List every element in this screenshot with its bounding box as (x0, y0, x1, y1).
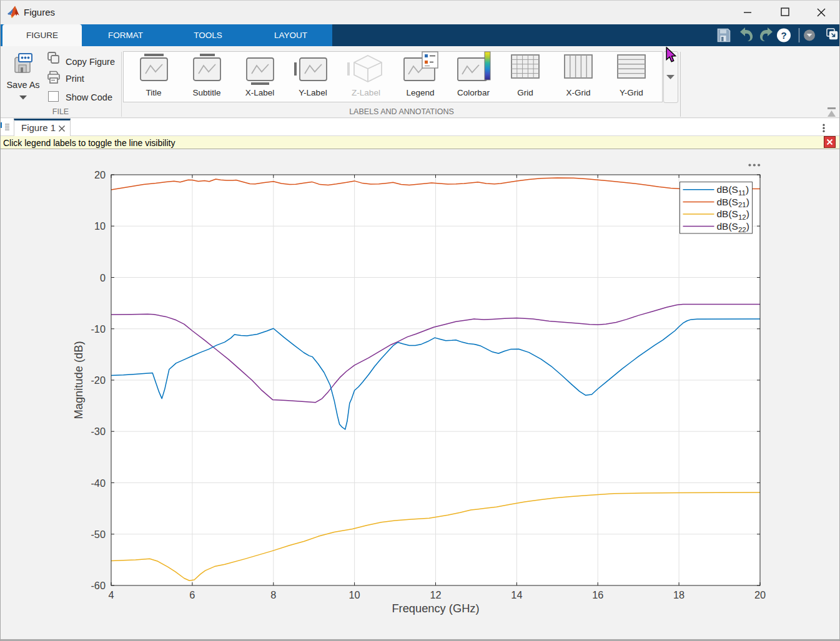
svg-text:20: 20 (754, 589, 766, 600)
svg-text:8: 8 (270, 589, 276, 600)
svg-text:4: 4 (108, 589, 114, 600)
svg-text:6: 6 (189, 589, 195, 600)
svg-text:0: 0 (100, 272, 106, 283)
svg-text:Magnitude (dB): Magnitude (dB) (72, 341, 85, 419)
svg-text:10: 10 (94, 220, 106, 232)
svg-text:-20: -20 (91, 374, 106, 386)
svg-text:10: 10 (349, 589, 360, 600)
svg-text:16: 16 (592, 589, 603, 600)
svg-text:-50: -50 (91, 529, 106, 540)
svg-text:-30: -30 (91, 426, 106, 437)
svg-text:14: 14 (511, 589, 522, 600)
svg-text:18: 18 (673, 589, 684, 600)
svg-text:20: 20 (94, 169, 106, 180)
svg-text:-40: -40 (91, 477, 106, 489)
svg-text:-60: -60 (91, 580, 106, 591)
svg-text:Frequency (GHz): Frequency (GHz) (392, 602, 479, 615)
svg-text:-10: -10 (91, 323, 106, 335)
svg-text:12: 12 (430, 589, 441, 600)
